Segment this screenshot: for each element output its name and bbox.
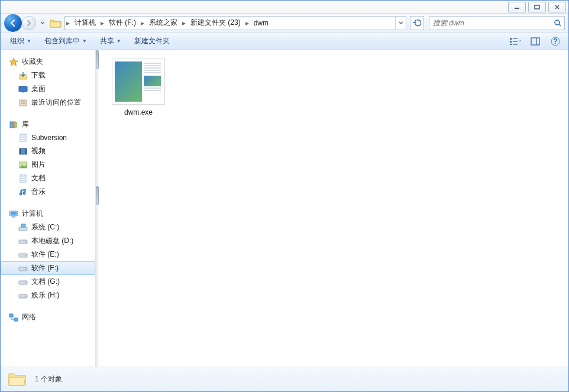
sidebar-item-videos[interactable]: 视频: [1, 144, 95, 158]
svg-rect-20: [10, 122, 12, 128]
sidebar-item-music[interactable]: 音乐: [1, 185, 95, 199]
sidebar-item-label: 系统 (C:): [31, 222, 59, 232]
sidebar-item-label: 软件 (F:): [31, 263, 59, 273]
network-icon: [9, 313, 18, 322]
pane-splitter[interactable]: [95, 50, 98, 367]
network-header[interactable]: 网络: [1, 310, 95, 324]
sidebar-item-documents[interactable]: 文档: [1, 171, 95, 185]
drive-icon: [18, 237, 28, 246]
sidebar-item-label: 娱乐 (H:): [31, 290, 59, 300]
drive-icon: [18, 277, 28, 287]
svg-rect-22: [16, 122, 17, 128]
crumb-folder-2[interactable]: 新建文件夹 (23): [187, 17, 244, 30]
organize-label: 组织: [10, 36, 24, 46]
refresh-button[interactable]: [410, 16, 424, 30]
svg-rect-5: [510, 41, 512, 43]
svg-rect-17: [20, 100, 27, 106]
music-icon: [18, 187, 28, 197]
svg-point-42: [25, 241, 26, 242]
favorites-header[interactable]: 收藏夹: [1, 55, 95, 69]
close-button[interactable]: [548, 2, 566, 12]
chevron-right-icon[interactable]: ▸: [99, 19, 105, 27]
sidebar-item-recent[interactable]: 最近访问的位置: [1, 96, 95, 109]
chevron-right-icon[interactable]: ▸: [140, 19, 146, 27]
sidebar-item-pictures[interactable]: 图片: [1, 158, 95, 171]
breadcrumb[interactable]: ▸ 计算机 ▸ 软件 (F:) ▸ 系统之家 ▸ 新建文件夹 (23) ▸ dw…: [64, 16, 406, 30]
svg-rect-28: [20, 148, 21, 154]
sidebar-item-label: 音乐: [31, 187, 46, 197]
sidebar-item-drive-c[interactable]: 系统 (C:): [1, 221, 95, 234]
sidebar-item-label: 文档 (G:): [31, 277, 60, 287]
preview-pane-button[interactable]: [527, 35, 544, 48]
search-icon[interactable]: [551, 19, 564, 27]
maximize-button[interactable]: [528, 2, 546, 12]
network-label: 网络: [22, 312, 36, 322]
chevron-right-icon[interactable]: ▸: [244, 19, 250, 27]
svg-rect-29: [25, 148, 27, 154]
sidebar-item-desktop[interactable]: 桌面: [1, 82, 95, 96]
computer-group: 计算机 系统 (C:) 本地磁盘 (D:) 软件 (E:) 软件 (F:) 文档…: [1, 207, 95, 302]
organize-button[interactable]: 组织▼: [5, 34, 36, 48]
sidebar-item-downloads[interactable]: 下载: [1, 69, 95, 82]
favorites-label: 收藏夹: [22, 57, 43, 67]
crumb-folder-1[interactable]: 系统之家: [146, 17, 181, 30]
breadcrumb-dropdown[interactable]: [395, 17, 406, 30]
svg-rect-39: [19, 227, 27, 231]
sidebar-item-label: 文档: [31, 173, 46, 183]
file-name: dwm.exe: [111, 108, 166, 116]
chevron-down-icon: ▼: [27, 38, 31, 44]
nav-forward-button[interactable]: [22, 16, 36, 30]
search-box[interactable]: [429, 16, 565, 30]
sidebar-item-drive-f[interactable]: 软件 (F:): [1, 261, 95, 275]
sidebar-item-subversion[interactable]: Subversion: [1, 131, 95, 144]
computer-header[interactable]: 计算机: [1, 207, 95, 221]
svg-point-48: [25, 282, 26, 283]
favorites-group: 收藏夹 下载 桌面 最近访问的位置: [1, 55, 95, 109]
sidebar-item-drive-h[interactable]: 娱乐 (H:): [1, 289, 95, 302]
computer-label: 计算机: [22, 209, 43, 219]
chevron-right-icon[interactable]: ▸: [181, 19, 187, 27]
sidebar-item-label: 图片: [31, 160, 46, 170]
svg-rect-6: [510, 44, 512, 45]
document-icon: [18, 174, 28, 183]
sidebar-item-label: 视频: [31, 146, 46, 156]
favorites-icon: [9, 57, 18, 67]
share-button[interactable]: 共享▼: [95, 34, 126, 48]
svg-rect-40: [21, 224, 25, 227]
svg-rect-51: [9, 314, 13, 317]
sidebar-item-drive-g[interactable]: 文档 (G:): [1, 275, 95, 289]
file-item[interactable]: dwm.exe: [109, 56, 168, 119]
svg-rect-4: [510, 38, 512, 40]
sidebar-item-label: 桌面: [31, 84, 46, 94]
status-text: 1 个对象: [35, 374, 62, 384]
svg-rect-10: [531, 38, 539, 45]
minimize-button[interactable]: [508, 2, 526, 12]
help-button[interactable]: ?: [547, 35, 564, 48]
sidebar-item-label: 软件 (E:): [31, 250, 59, 260]
folder-icon: [8, 370, 27, 389]
crumb-drive-f[interactable]: 软件 (F:): [105, 17, 140, 30]
chevron-right-icon[interactable]: ▸: [65, 19, 71, 27]
system-drive-icon: [18, 223, 28, 232]
nav-back-button[interactable]: [4, 14, 22, 32]
svg-rect-21: [13, 122, 15, 128]
svg-rect-38: [12, 216, 15, 218]
crumb-computer[interactable]: 计算机: [71, 17, 99, 30]
svg-rect-15: [19, 86, 27, 92]
include-in-library-button[interactable]: 包含到库中▼: [40, 34, 92, 48]
search-input[interactable]: [429, 19, 551, 27]
status-bar: 1 个对象: [1, 367, 568, 391]
crumb-current[interactable]: dwm: [250, 17, 272, 30]
svg-rect-37: [11, 212, 17, 215]
new-folder-button[interactable]: 新建文件夹: [130, 34, 174, 48]
sidebar-item-drive-e[interactable]: 软件 (E:): [1, 248, 95, 261]
svg-line-3: [559, 24, 561, 26]
libraries-icon: [9, 120, 18, 129]
sidebar-item-label: 最近访问的位置: [31, 98, 81, 108]
sidebar-item-drive-d[interactable]: 本地磁盘 (D:): [1, 234, 95, 248]
video-icon: [18, 147, 28, 156]
nav-history-dropdown[interactable]: [38, 16, 47, 30]
view-mode-button[interactable]: [507, 35, 523, 48]
libraries-header[interactable]: 库: [1, 118, 95, 131]
chevron-down-icon: ▼: [82, 38, 87, 44]
